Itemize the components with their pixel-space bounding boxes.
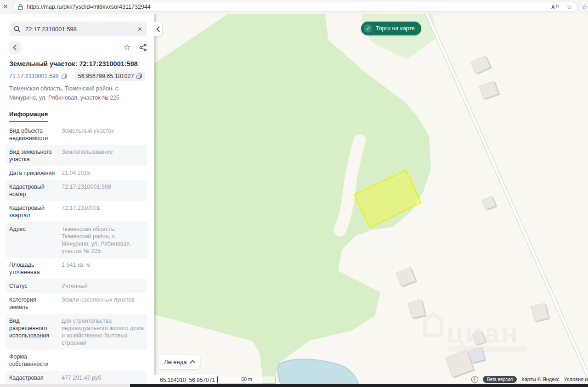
table-row: Вид объекта недвижимостиЗемельный участо… (6, 124, 147, 145)
map-canvas[interactable]: циан ✓ Торги на карте Легенда (154, 14, 588, 387)
search-box[interactable]: ✕ (9, 22, 147, 36)
chevron-left-icon (13, 45, 19, 50)
legend-button-label: Легенда (164, 359, 187, 365)
row-label: Дата присвоения (9, 169, 55, 177)
collapse-panel-button[interactable] (154, 22, 162, 36)
table-row: Площадь уточненная1 541 кв. м (6, 258, 147, 279)
row-value: Землепользование (55, 148, 144, 163)
trades-on-map-button[interactable]: ✓ Торги на карте (361, 22, 421, 35)
row-value: 72:17:2310001 (55, 204, 144, 219)
url-text[interactable]: https://map.ru/pkk?ysclid=ml6kvxsor43117… (27, 4, 544, 10)
page-title: Земельный участок: 72:17:2310001:598 (9, 60, 147, 67)
table-row: Кадастровый номер72:17:2310001:598 (6, 180, 147, 201)
search-input[interactable] (24, 25, 134, 33)
window-bottom-strip (0, 384, 588, 387)
clear-search-icon[interactable]: ✕ (137, 26, 142, 33)
row-label: Вид земельного участка (9, 148, 55, 163)
legend-button[interactable]: Легенда (158, 355, 200, 369)
favorites-star-icon[interactable]: ☆ (566, 3, 572, 11)
row-value: - (55, 353, 144, 368)
row-value: 477 291,47 руб (55, 374, 144, 381)
row-label: Вид объекта недвижимости (9, 127, 55, 142)
scrollbar-thumb[interactable] (130, 384, 588, 387)
info-icon[interactable]: i (471, 376, 478, 383)
read-aloud-icon[interactable]: A)) (551, 4, 560, 11)
table-row: Форма собственности- (6, 350, 147, 371)
row-value: 1 541 кв. м (55, 261, 144, 276)
row-value: Тюменская область, Тюменский район, с. М… (55, 225, 144, 255)
search-icon (14, 26, 21, 33)
row-value: для строительства индивидуального жилого… (55, 317, 144, 347)
terms-link[interactable]: Условия использования (564, 376, 588, 382)
row-label: Категория земель (9, 296, 55, 311)
trades-button-label: Торги на карте (376, 25, 415, 32)
row-label: Статус (9, 282, 55, 290)
browser-extra-icon[interactable]: ☆ (582, 3, 588, 11)
table-row: Дата присвоения21.04.2015 (6, 166, 147, 180)
row-label: Адрес (9, 225, 55, 255)
coordinates-chip[interactable]: 56.956799 65.181027 (75, 72, 146, 81)
chevron-left-icon (156, 26, 162, 32)
favorite-button[interactable]: ☆ (124, 42, 131, 52)
chevron-up-icon (190, 360, 196, 366)
map-tiles: циан (154, 14, 588, 387)
table-row: Категория земельЗемли населенных пунктов (6, 293, 147, 314)
row-value: Земли населенных пунктов (55, 296, 144, 311)
table-row: Вид разрешенного использованиядля строит… (6, 314, 147, 350)
row-value: Учтенный (55, 282, 144, 290)
check-icon: ✓ (364, 24, 372, 33)
row-value: 21.04.2015 (55, 169, 144, 177)
info-table: Вид объекта недвижимостиЗемельный участо… (0, 124, 153, 384)
back-button[interactable] (9, 41, 21, 53)
browser-topbar: ✕ https://map.ru/pkk?ysclid=ml6kvxsor431… (0, 0, 588, 14)
row-label: Вид разрешенного использования (9, 317, 55, 347)
row-value: Земельный участок (55, 127, 144, 142)
row-label: Площадь уточненная (9, 261, 55, 276)
cadastral-number-chip[interactable]: 72:17:2310001:598 (9, 72, 70, 81)
map-scale-bar: 50 m (217, 376, 276, 383)
copy-icon[interactable] (136, 73, 142, 79)
table-row: Кадастровый квартал72:17:2310001 (6, 201, 147, 222)
copy-icon[interactable] (62, 73, 67, 79)
coordinates-text: 56.956799 65.181027 (78, 73, 134, 79)
share-button[interactable] (139, 44, 147, 51)
row-label: Кадастровая (9, 374, 55, 381)
cadastral-number-text: 72:17:2310001:598 (9, 73, 59, 79)
table-row: СтатусУчтенный (6, 279, 147, 293)
row-value: 72:17:2310001:598 (55, 183, 144, 198)
address-bar[interactable]: https://map.ru/pkk?ysclid=ml6kvxsor43117… (13, 2, 577, 12)
parcel-info-panel: ✕ ☆ Земельный участок: 72:17:2310001:598… (0, 14, 153, 384)
row-label: Кадастровый номер (9, 183, 55, 198)
parcel-address: Тюменская область, Тюменский район, с. М… (9, 84, 147, 102)
scrollbar-track[interactable] (0, 384, 130, 387)
table-row: Кадастровая477 291,47 руб (6, 371, 147, 384)
row-label: Кадастровый квартал (9, 204, 55, 219)
tab-information[interactable]: Информация (9, 111, 48, 122)
tab-close-icon[interactable]: ✕ (3, 3, 8, 10)
lock-icon (18, 4, 23, 10)
share-icon (139, 44, 147, 51)
table-row: Вид земельного участкаЗемлепользование (6, 145, 147, 166)
row-label: Форма собственности (9, 353, 55, 368)
beta-badge: Beta-версия (483, 376, 517, 383)
panel-shadow (154, 14, 158, 387)
map-attribution[interactable]: Карты © Яндекс (521, 376, 560, 382)
table-row: АдресТюменская область, Тюменский район,… (6, 222, 147, 258)
